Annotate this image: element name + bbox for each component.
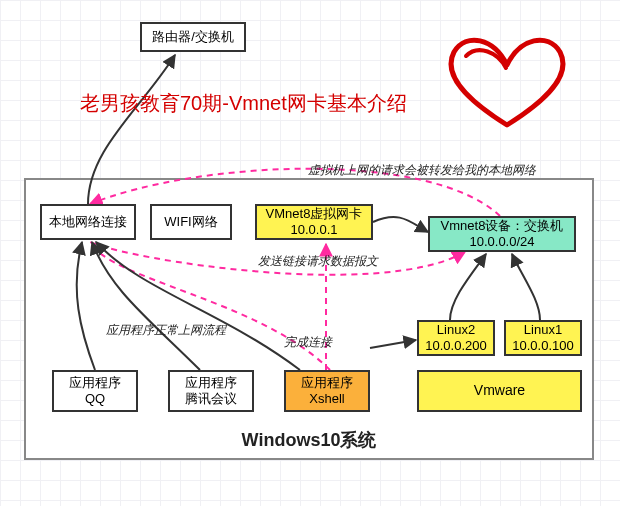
node-app-xshell: 应用程序 Xshell [284, 370, 370, 412]
node-vmware: Vmware [417, 370, 582, 412]
node-vmnet8-nic: VMnet8虚拟网卡 10.0.0.1 [255, 204, 373, 240]
app-tencent-label1: 应用程序 [185, 375, 237, 391]
app-qq-label2: QQ [85, 391, 105, 407]
annotation-normal-flow: 应用程序正常上网流程 [106, 322, 226, 339]
node-wifi: WIFI网络 [150, 204, 232, 240]
node-vmnet8-switch: Vmnet8设备：交换机 10.0.0.0/24 [428, 216, 576, 252]
linux1-label: Linux1 [524, 322, 562, 338]
annotation-forward: 虚拟机上网的请求会被转发给我的本地网络 [308, 162, 536, 179]
vmnet8-nic-ip: 10.0.0.1 [291, 222, 338, 238]
linux2-ip: 10.0.0.200 [425, 338, 486, 354]
node-local-network: 本地网络连接 [40, 204, 136, 240]
app-xshell-label1: 应用程序 [301, 375, 353, 391]
vmnet8-switch-cidr: 10.0.0.0/24 [469, 234, 534, 250]
vmnet8-nic-label: VMnet8虚拟网卡 [266, 206, 363, 222]
node-app-tencent: 应用程序 腾讯会议 [168, 370, 254, 412]
node-linux1: Linux1 10.0.0.100 [504, 320, 582, 356]
heart-doodle-icon [432, 30, 582, 140]
app-qq-label1: 应用程序 [69, 375, 121, 391]
diagram-title: 老男孩教育70期-Vmnet网卡基本介绍 [80, 90, 407, 117]
annotation-complete: 完成连接 [284, 334, 332, 351]
windows10-label: Windows10系统 [242, 428, 377, 452]
vmnet8-switch-label: Vmnet8设备：交换机 [441, 218, 564, 234]
linux2-label: Linux2 [437, 322, 475, 338]
annotation-send-request: 发送链接请求数据报文 [258, 253, 378, 270]
app-tencent-label2: 腾讯会议 [185, 391, 237, 407]
node-linux2: Linux2 10.0.0.200 [417, 320, 495, 356]
node-app-qq: 应用程序 QQ [52, 370, 138, 412]
linux1-ip: 10.0.0.100 [512, 338, 573, 354]
app-xshell-label2: Xshell [309, 391, 344, 407]
node-router: 路由器/交换机 [140, 22, 246, 52]
